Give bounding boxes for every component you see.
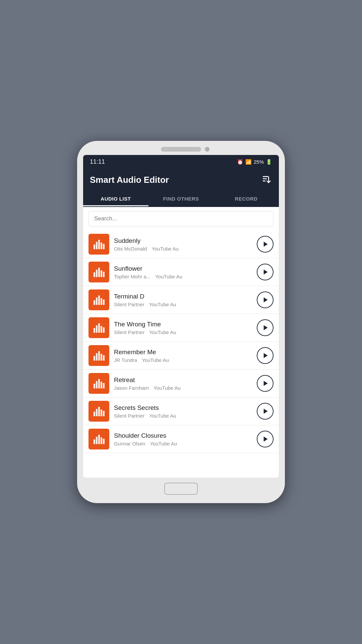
audio-artist: JR Tundra [114, 357, 137, 363]
svg-rect-34 [103, 383, 105, 388]
svg-marker-35 [264, 381, 268, 386]
audio-source: YouTube Au [149, 302, 176, 307]
audio-item[interactable]: Sunflower Topher Mohr a... YouTube Au [83, 258, 279, 286]
audio-thumbnail [88, 317, 109, 338]
audio-artist: Otis McDonald [114, 246, 147, 252]
audio-artist: Topher Mohr a... [114, 274, 150, 279]
audio-item[interactable]: Suddenly Otis McDonald YouTube Au [83, 230, 279, 258]
tab-record[interactable]: RECORD [214, 191, 279, 206]
search-container [83, 207, 279, 230]
svg-rect-32 [98, 379, 100, 388]
phone-camera [205, 147, 209, 152]
battery-text: 25% [254, 159, 264, 165]
svg-rect-20 [98, 323, 100, 333]
svg-rect-2 [98, 240, 100, 249]
svg-marker-41 [264, 409, 268, 414]
tab-audio-list[interactable]: AUDIO LIST [83, 191, 148, 206]
play-button[interactable] [257, 347, 274, 364]
audio-source: YouTube Au [152, 246, 179, 252]
audio-thumbnail [88, 401, 109, 422]
svg-rect-9 [101, 270, 102, 277]
audio-info: Suddenly Otis McDonald YouTube Au [114, 237, 252, 252]
audio-thumbnail [88, 429, 109, 449]
audio-item[interactable]: Retreat Jason Farnham YouTube Au [83, 370, 279, 397]
audio-meta: Silent Partner YouTube Au [114, 329, 252, 335]
play-button[interactable] [257, 319, 274, 336]
svg-rect-45 [101, 437, 102, 444]
audio-artist: Gunnar Olsen [114, 441, 145, 446]
play-button[interactable] [257, 431, 274, 447]
battery-icon: 🔋 [266, 159, 272, 165]
svg-rect-6 [94, 272, 95, 277]
audio-item[interactable]: Shoulder Closures Gunnar Olsen YouTube A… [83, 425, 279, 453]
status-time: 11:11 [90, 158, 105, 165]
audio-info: Terminal D Silent Partner YouTube Au [114, 293, 252, 307]
audio-info: Retreat Jason Farnham YouTube Au [114, 376, 252, 391]
tab-bar: AUDIO LIST FIND OTHERS RECORD [83, 191, 279, 207]
svg-rect-30 [94, 384, 95, 388]
alarm-icon: ⏰ [237, 159, 243, 165]
play-button[interactable] [257, 236, 274, 253]
svg-rect-8 [98, 268, 100, 277]
audio-info: The Wrong Time Silent Partner YouTube Au [114, 321, 252, 335]
audio-item[interactable]: Secrets Secrets Silent Partner YouTube A… [83, 397, 279, 425]
svg-rect-21 [101, 326, 102, 333]
svg-rect-25 [96, 353, 98, 361]
audio-thumbnail [88, 289, 109, 310]
audio-info: Sunflower Topher Mohr a... YouTube Au [114, 265, 252, 279]
svg-marker-11 [264, 269, 268, 274]
audio-item[interactable]: Terminal D Silent Partner YouTube Au [83, 286, 279, 314]
svg-rect-33 [101, 382, 102, 388]
play-button[interactable] [257, 375, 274, 392]
audio-title: Suddenly [114, 237, 252, 245]
audio-thumbnail [88, 345, 109, 366]
audio-item[interactable]: Remember Me JR Tundra YouTube Au [83, 342, 279, 370]
tab-find-others[interactable]: FIND OTHERS [148, 191, 214, 206]
audio-meta: Gunnar Olsen YouTube Au [114, 441, 252, 446]
svg-marker-17 [264, 297, 268, 302]
audio-title: The Wrong Time [114, 321, 252, 328]
home-button[interactable] [164, 483, 198, 495]
audio-source: YouTube Au [150, 441, 177, 446]
svg-rect-43 [96, 437, 98, 444]
svg-rect-46 [103, 439, 105, 444]
search-input[interactable] [88, 211, 274, 226]
audio-info: Remember Me JR Tundra YouTube Au [114, 348, 252, 363]
svg-rect-38 [98, 407, 100, 416]
status-bar: 11:11 ⏰ 📶 25% 🔋 [83, 155, 279, 169]
svg-rect-10 [103, 272, 105, 277]
audio-source: YouTube Au [149, 329, 176, 335]
audio-title: Sunflower [114, 265, 252, 272]
audio-source: YouTube Au [149, 413, 176, 419]
audio-item[interactable]: The Wrong Time Silent Partner YouTube Au [83, 314, 279, 342]
svg-rect-36 [94, 412, 95, 416]
audio-artist: Silent Partner [114, 329, 144, 335]
audio-meta: JR Tundra YouTube Au [114, 357, 252, 363]
audio-title: Retreat [114, 376, 252, 384]
svg-rect-15 [101, 298, 102, 305]
phone-screen: 11:11 ⏰ 📶 25% 🔋 Smart Audio Editor AUDIO… [83, 155, 279, 478]
audio-list-container[interactable]: Suddenly Otis McDonald YouTube Au Sunflo… [83, 230, 279, 478]
svg-rect-13 [96, 298, 98, 305]
audio-artist: Silent Partner [114, 302, 144, 307]
audio-meta: Otis McDonald YouTube Au [114, 246, 252, 252]
app-title: Smart Audio Editor [90, 175, 169, 185]
audio-thumbnail [88, 234, 109, 255]
svg-rect-16 [103, 300, 105, 305]
svg-rect-26 [98, 351, 100, 361]
svg-rect-7 [96, 270, 98, 277]
svg-rect-40 [103, 411, 105, 416]
play-button[interactable] [257, 291, 274, 308]
phone-home-area [83, 480, 279, 497]
svg-rect-24 [94, 356, 95, 361]
svg-rect-22 [103, 327, 105, 333]
audio-artist: Jason Farnham [114, 385, 149, 391]
play-button[interactable] [257, 264, 274, 280]
phone-frame: 11:11 ⏰ 📶 25% 🔋 Smart Audio Editor AUDIO… [77, 141, 285, 503]
play-button[interactable] [257, 403, 274, 420]
sort-icon[interactable] [261, 173, 272, 186]
audio-title: Shoulder Closures [114, 432, 252, 439]
svg-rect-42 [94, 439, 95, 444]
svg-rect-39 [101, 410, 102, 416]
svg-rect-1 [96, 242, 98, 249]
